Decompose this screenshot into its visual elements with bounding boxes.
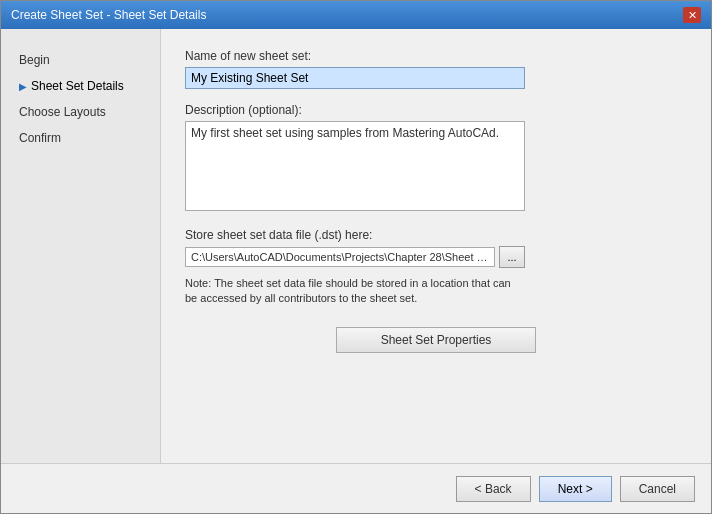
sidebar-item-begin[interactable]: Begin [11,49,150,71]
next-button[interactable]: Next > [539,476,612,502]
main-window: Create Sheet Set - Sheet Set Details ✕ B… [0,0,712,514]
cancel-button[interactable]: Cancel [620,476,695,502]
footer: < Back Next > Cancel [1,463,711,513]
active-arrow-icon: ▶ [19,81,27,92]
file-path-row: ... [185,246,687,268]
sidebar-item-choose-layouts[interactable]: Choose Layouts [11,101,150,123]
back-button[interactable]: < Back [456,476,531,502]
name-input[interactable] [185,67,525,89]
name-label: Name of new sheet set: [185,49,687,63]
description-label: Description (optional): [185,103,687,117]
content-area: Begin ▶ Sheet Set Details Choose Layouts… [1,29,711,463]
window-title: Create Sheet Set - Sheet Set Details [11,8,206,22]
store-label: Store sheet set data file (.dst) here: [185,228,687,242]
browse-button[interactable]: ... [499,246,525,268]
sidebar-item-sheet-set-details[interactable]: ▶ Sheet Set Details [11,75,150,97]
sidebar-item-choose-layouts-label: Choose Layouts [19,105,106,119]
store-path-input[interactable] [185,247,495,267]
sidebar-item-confirm-label: Confirm [19,131,61,145]
sidebar-item-begin-label: Begin [19,53,50,67]
close-button[interactable]: ✕ [683,7,701,23]
sidebar: Begin ▶ Sheet Set Details Choose Layouts… [1,29,161,463]
store-path-group: Store sheet set data file (.dst) here: .… [185,228,687,307]
title-bar: Create Sheet Set - Sheet Set Details ✕ [1,1,711,29]
note-text: Note: The sheet set data file should be … [185,276,525,307]
sidebar-item-confirm[interactable]: Confirm [11,127,150,149]
sidebar-item-sheet-set-details-label: Sheet Set Details [31,79,124,93]
sheet-set-properties-button[interactable]: Sheet Set Properties [336,327,536,353]
description-group: Description (optional): My first sheet s… [185,103,687,214]
name-group: Name of new sheet set: [185,49,687,89]
main-panel: Name of new sheet set: Description (opti… [161,29,711,463]
description-textarea[interactable]: My first sheet set using samples from Ma… [185,121,525,211]
